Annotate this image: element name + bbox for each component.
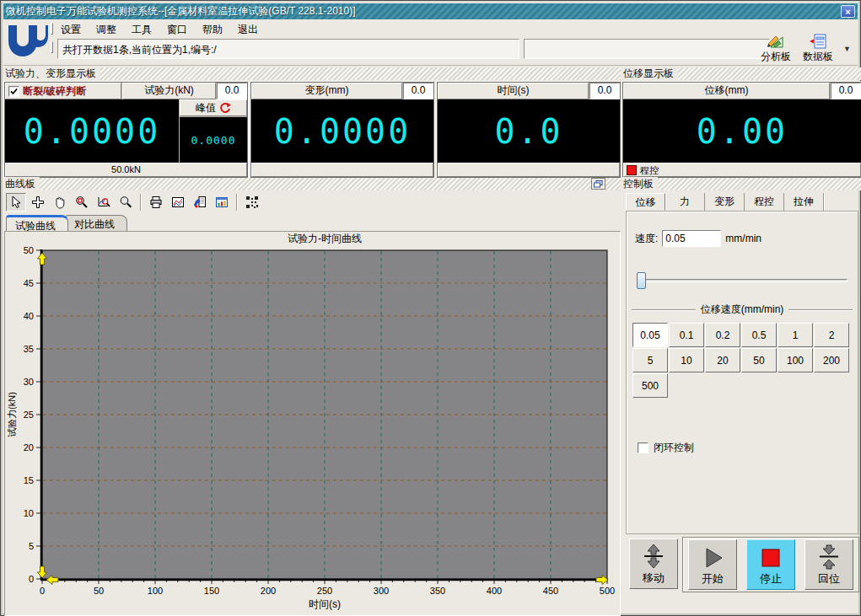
display-section-header: 试验力、变形显示板 (4, 67, 621, 80)
copy-curve-icon (193, 196, 207, 209)
speed-preset-10[interactable]: 10 (669, 348, 704, 372)
program-control-led (627, 165, 637, 175)
pan-tool-button[interactable] (50, 193, 70, 212)
crosshair-tool-button[interactable] (28, 193, 48, 212)
break-judge-checkbox[interactable] (8, 86, 19, 97)
speed-preset-500[interactable]: 500 (632, 373, 668, 398)
slider-handle[interactable] (637, 272, 646, 289)
curve-style-icon (171, 196, 185, 209)
speed-preset-0.05[interactable]: 0.05 (632, 323, 668, 347)
toolbar-overflow-button[interactable]: ▼ (843, 45, 851, 65)
speed-label: 速度: (635, 232, 658, 246)
speed-preset-0.2[interactable]: 0.2 (705, 323, 740, 347)
x-tick-label: 350 (430, 586, 445, 596)
speed-preset-5[interactable]: 5 (632, 348, 668, 372)
reset-peak-icon[interactable] (219, 102, 231, 114)
speed-preset-50[interactable]: 50 (741, 348, 777, 372)
control-tab-bar: 位移 力 变形 程控 拉伸 (626, 193, 824, 211)
deform-display-panel: 变形(mm) 0.0 0.0000 (250, 82, 434, 178)
speed-preset-2[interactable]: 2 (814, 323, 849, 347)
peak-header-button[interactable]: 峰值 (180, 99, 247, 116)
menu-item-settings[interactable]: 设置 (59, 22, 83, 38)
time-title-button[interactable]: 时间(s) (438, 83, 589, 99)
displacement-title-button[interactable]: 位移(mm) (623, 83, 830, 99)
return-home-icon (816, 544, 842, 570)
x-tick-label: 250 (317, 586, 332, 596)
toolbar-right: 分析板 数据板 ▼ (759, 33, 851, 65)
slider-track[interactable] (637, 279, 848, 282)
speed-unit-label: mm/min (725, 233, 761, 244)
menu-item-exit[interactable]: 退出 (236, 22, 260, 38)
x-axis-label: 时间(s) (309, 598, 341, 610)
force-range-label: 50.0kN (5, 163, 247, 177)
float-panel-button[interactable] (591, 178, 605, 190)
zoom-out-tool-button[interactable] (116, 193, 136, 212)
print-button[interactable] (146, 193, 166, 212)
curve-toolbar (6, 192, 262, 212)
speed-preset-100[interactable]: 100 (778, 348, 813, 372)
speed-preset-1[interactable]: 1 (778, 323, 813, 347)
displacement-control-panel: 速度: mm/min 位移速度(mm/min) 0.050.10.20.5125… (626, 211, 858, 534)
menu-item-adjust[interactable]: 调整 (94, 22, 118, 38)
toolbar-secondary-field[interactable] (524, 39, 770, 59)
closed-loop-checkbox[interactable] (638, 442, 648, 453)
display-panels: 断裂/破碎判断 试验力(kN) 0.0 0.0000 峰值 (4, 82, 621, 178)
crosshair-icon (31, 196, 45, 209)
data-panel-button[interactable]: 数据板 (801, 33, 835, 65)
displacement-panels: 位移(mm) 0.0 0.00 程控 (622, 82, 861, 178)
menu-item-tools[interactable]: 工具 (130, 22, 153, 38)
deform-display: 0.0000 (251, 99, 433, 163)
closed-loop-row[interactable]: 闭环控制 (638, 441, 694, 455)
time-panel-header: 时间(s) 0.0 (438, 83, 620, 99)
force-display-panel: 断裂/破碎判断 试验力(kN) 0.0 0.0000 峰值 (4, 82, 248, 178)
curve-section-title: 曲线板 (4, 177, 40, 191)
tab-deform[interactable]: 变形 (705, 193, 745, 211)
y-tick-label: 0 (29, 574, 34, 584)
menu-item-help[interactable]: 帮助 (201, 22, 224, 38)
displacement-panel-header: 位移(mm) 0.0 (623, 83, 861, 99)
divider-line (632, 309, 696, 311)
x-tick-label: 200 (261, 586, 276, 596)
force-title-button[interactable]: 试验力(kN) (122, 83, 216, 99)
zoom-region-tool-button[interactable] (72, 193, 92, 212)
speed-input[interactable] (662, 230, 721, 247)
data-status-field[interactable]: 共打开数据1条,当前位置为1,编号:/ (57, 39, 519, 59)
copy-curve-button[interactable] (190, 193, 210, 212)
speed-preset-0.5[interactable]: 0.5 (741, 323, 777, 347)
speed-preset-20[interactable]: 20 (705, 348, 740, 372)
qr-code-icon (245, 196, 259, 209)
tab-tensile[interactable]: 拉伸 (784, 193, 824, 211)
start-button[interactable]: 开始 (688, 539, 737, 590)
move-button[interactable]: 移动 (629, 538, 678, 589)
stop-icon (758, 546, 783, 570)
displacement-footer: 程控 (623, 163, 861, 177)
peak-label: 峰值 (196, 101, 216, 115)
time-display-panel: 时间(s) 0.0 0.0 (437, 82, 621, 178)
analysis-panel-button[interactable]: 分析板 (759, 33, 793, 65)
return-button[interactable]: 回位 (804, 539, 853, 590)
displacement-display: 0.00 (623, 99, 861, 163)
tab-program[interactable]: 程控 (745, 193, 784, 211)
x-tick-label: 150 (204, 586, 219, 596)
stop-button[interactable]: 停止 (746, 539, 795, 590)
deform-rate-value: 0.0 (403, 83, 433, 99)
tab-test-curve[interactable]: 试验曲线 (6, 215, 68, 231)
speed-slider[interactable] (637, 272, 848, 289)
tab-force[interactable]: 力 (665, 193, 705, 211)
zoom-curve-tool-button[interactable] (94, 193, 114, 212)
tab-compare-curve[interactable]: 对比曲线 (65, 215, 127, 231)
curve-style-button[interactable] (168, 193, 188, 212)
data-view-button[interactable] (212, 193, 232, 212)
speed-preset-0.1[interactable]: 0.1 (669, 323, 704, 347)
code-map-button[interactable] (242, 193, 262, 212)
speed-preset-200[interactable]: 200 (814, 348, 849, 372)
cursor-tool-button[interactable] (6, 193, 26, 212)
menu-item-window[interactable]: 窗口 (165, 22, 189, 38)
peak-value: 0.0000 (180, 117, 247, 163)
close-button[interactable]: × (841, 5, 855, 18)
curve-chart[interactable]: 0501001502002503003504004505000510152025… (4, 231, 621, 616)
displacement-section-title: 位移显示板 (622, 67, 678, 81)
break-judge-toggle[interactable]: 断裂/破碎判断 (5, 83, 121, 99)
deform-title-button[interactable]: 变形(mm) (251, 83, 402, 99)
tab-displacement[interactable]: 位移 (626, 193, 665, 211)
